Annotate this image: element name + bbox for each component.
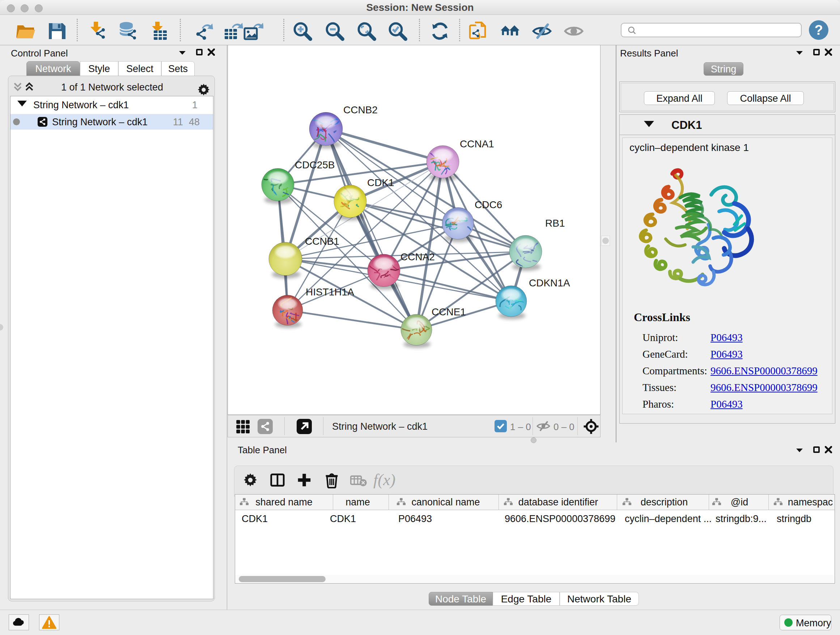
svg-text:CCNA2: CCNA2	[401, 251, 435, 263]
svg-text:RB1: RB1	[545, 218, 565, 229]
svg-text:CDKN1A: CDKN1A	[529, 277, 570, 288]
svg-text:CCNB2: CCNB2	[343, 104, 378, 116]
svg-text:CCNB1: CCNB1	[305, 236, 339, 247]
svg-text:CCNA1: CCNA1	[460, 138, 494, 149]
svg-text:CCNE1: CCNE1	[431, 306, 466, 318]
svg-text:CDC6: CDC6	[475, 199, 502, 211]
svg-text:HIST1H1A: HIST1H1A	[306, 287, 354, 298]
svg-text:CDK1: CDK1	[367, 177, 394, 188]
svg-text:CDC25B: CDC25B	[295, 159, 335, 171]
